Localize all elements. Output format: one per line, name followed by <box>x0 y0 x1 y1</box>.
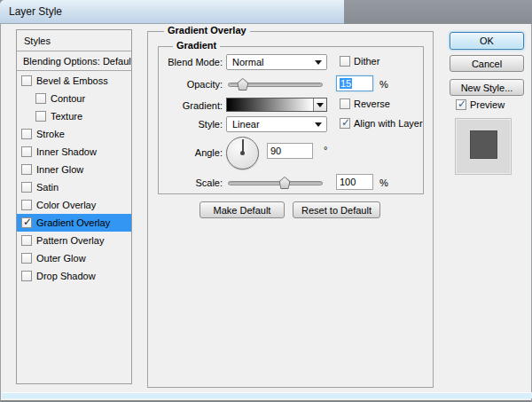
sidebar-item-label: Outer Glow <box>36 253 86 264</box>
background-behind-dialog <box>344 0 532 24</box>
sidebar-item-label: Gradient Overlay <box>36 217 110 228</box>
gradient-dropdown-button[interactable] <box>313 99 326 111</box>
align-with-layer-label: Align with Layer <box>354 118 423 129</box>
blend-mode-value: Normal <box>232 57 263 67</box>
styles-list-items: Bevel & EmbossContourTextureStrokeInner … <box>17 72 131 285</box>
align-with-layer-checkbox[interactable]: Align with Layer <box>340 118 423 129</box>
sidebar-item-label: Pattern Overlay <box>36 235 104 246</box>
dither-label: Dither <box>354 56 379 67</box>
scale-slider-thumb[interactable] <box>279 177 291 189</box>
cancel-button[interactable]: Cancel <box>450 55 524 72</box>
style-label: Style: <box>159 119 223 130</box>
scale-input[interactable]: 100 <box>336 174 373 190</box>
checkbox-icon[interactable] <box>340 118 350 129</box>
angle-center-dot <box>240 151 245 155</box>
inner-glow-checkbox[interactable] <box>21 164 32 175</box>
opacity-unit: % <box>379 79 388 90</box>
drop-shadow-checkbox[interactable] <box>21 271 32 281</box>
styles-list-header: Styles <box>17 30 131 51</box>
ok-button[interactable]: OK <box>450 32 524 50</box>
title-bar[interactable]: Layer Style <box>0 0 344 24</box>
sidebar-item-label: Satin <box>36 182 59 193</box>
outer-glow-checkbox[interactable] <box>21 253 32 264</box>
sidebar-item-bevel-emboss[interactable]: Bevel & Emboss <box>17 72 131 90</box>
sidebar-item-label: Drop Shadow <box>36 271 96 281</box>
make-default-button[interactable]: Make Default <box>200 201 285 218</box>
opacity-value: 15 <box>340 78 352 89</box>
reverse-label: Reverse <box>354 99 390 109</box>
styles-list: Styles Blending Options: Default Bevel &… <box>16 29 132 384</box>
sidebar-item-pattern-overlay[interactable]: Pattern Overlay <box>17 232 131 249</box>
sidebar-item-inner-glow[interactable]: Inner Glow <box>17 161 131 178</box>
panel-title: Gradient Overlay <box>164 25 250 35</box>
pattern-overlay-checkbox[interactable] <box>21 235 32 246</box>
scale-slider[interactable] <box>228 181 323 185</box>
chevron-down-icon <box>317 103 324 107</box>
opacity-slider[interactable] <box>228 83 323 87</box>
angle-value: 90 <box>270 146 281 156</box>
gradient-picker[interactable] <box>226 98 327 112</box>
scale-value: 100 <box>340 177 356 187</box>
angle-label: Angle: <box>159 147 223 158</box>
satin-checkbox[interactable] <box>21 182 32 193</box>
layer-style-dialog: Layer Style Styles Blending Options: Def… <box>0 0 532 402</box>
style-dropdown[interactable]: Linear <box>226 116 327 132</box>
sidebar-item-color-overlay[interactable]: Color Overlay <box>17 196 131 214</box>
checkbox-icon[interactable] <box>456 99 466 110</box>
chevron-down-icon <box>315 60 322 65</box>
sidebar-item-contour[interactable]: Contour <box>17 90 131 107</box>
gradient-overlay-checkbox[interactable] <box>21 217 32 228</box>
reset-to-default-button[interactable]: Reset to Default <box>293 201 380 218</box>
sidebar-item-label: Color Overlay <box>36 200 96 210</box>
style-value: Linear <box>232 119 260 130</box>
texture-checkbox[interactable] <box>35 111 46 122</box>
opacity-slider-thumb[interactable] <box>237 78 248 91</box>
sidebar-item-label: Stroke <box>36 129 65 139</box>
window-bottom-frame <box>2 392 532 398</box>
stroke-checkbox[interactable] <box>21 129 32 139</box>
chevron-down-icon <box>315 122 322 127</box>
window-title: Layer Style <box>9 5 62 18</box>
gradient-overlay-panel: Gradient Overlay Gradient Blend Mode: No… <box>147 31 434 388</box>
checkbox-icon[interactable] <box>340 56 350 67</box>
sidebar-item-gradient-overlay[interactable]: Gradient Overlay <box>17 214 131 232</box>
preview-label: Preview <box>470 99 505 110</box>
sidebar-item-label: Bevel & Emboss <box>36 75 108 86</box>
sidebar-item-label: Inner Glow <box>36 164 83 175</box>
preview-checkbox[interactable]: Preview <box>456 99 505 110</box>
sidebar-item-label: Inner Shadow <box>36 146 97 157</box>
blend-mode-label: Blend Mode: <box>159 57 223 67</box>
gradient-group-title: Gradient <box>173 40 220 51</box>
preview-swatch-layer <box>470 130 497 159</box>
sidebar-item-label: Contour <box>51 93 85 104</box>
opacity-input[interactable]: 15 <box>336 75 373 91</box>
angle-unit: ° <box>324 145 327 155</box>
blend-mode-dropdown[interactable]: Normal <box>226 54 327 70</box>
gradient-group: Gradient Blend Mode: Normal Dither Opaci… <box>158 46 424 194</box>
angle-input[interactable]: 90 <box>267 143 313 159</box>
opacity-label: Opacity: <box>159 79 223 90</box>
sidebar-item-stroke[interactable]: Stroke <box>17 125 131 143</box>
sidebar-item-inner-shadow[interactable]: Inner Shadow <box>17 143 131 161</box>
dither-checkbox[interactable]: Dither <box>340 56 379 67</box>
sidebar-item-texture[interactable]: Texture <box>17 107 131 125</box>
sidebar-item-blending-options[interactable]: Blending Options: Default <box>17 51 131 71</box>
contour-checkbox[interactable] <box>35 93 46 104</box>
gradient-label: Gradient: <box>159 100 223 111</box>
new-style-button[interactable]: New Style... <box>450 79 524 96</box>
color-overlay-checkbox[interactable] <box>21 200 32 210</box>
inner-shadow-checkbox[interactable] <box>21 146 32 157</box>
sidebar-item-label: Texture <box>51 111 82 122</box>
scale-label: Scale: <box>159 177 223 188</box>
gradient-preview[interactable] <box>227 99 313 111</box>
scale-unit: % <box>379 177 388 188</box>
sidebar-item-outer-glow[interactable]: Outer Glow <box>17 249 131 267</box>
checkbox-icon[interactable] <box>340 99 350 109</box>
reverse-checkbox[interactable]: Reverse <box>340 99 390 109</box>
sidebar-item-satin[interactable]: Satin <box>17 178 131 196</box>
angle-dial[interactable] <box>226 137 259 169</box>
bevel-emboss-checkbox[interactable] <box>21 75 32 86</box>
preview-swatch <box>455 118 512 175</box>
sidebar-item-drop-shadow[interactable]: Drop Shadow <box>17 267 131 285</box>
